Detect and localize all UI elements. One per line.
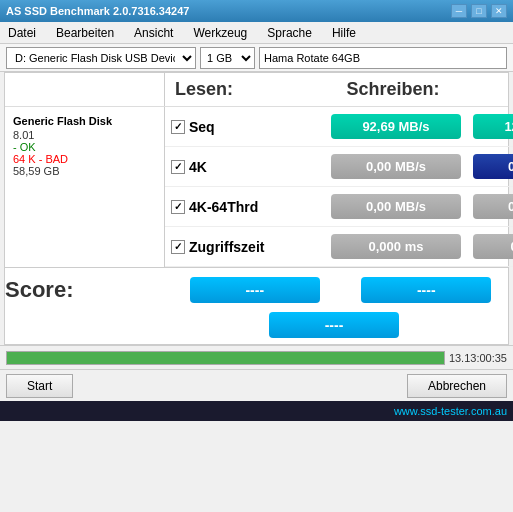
access-read-value: 0,000 ms — [331, 234, 461, 259]
access-write-cell: 0,000 ms — [467, 231, 513, 262]
info-panel: Generic Flash Disk 8.01 - OK 64 K - BAD … — [5, 107, 165, 267]
drive-select[interactable]: D: Generic Flash Disk USB Device — [6, 47, 196, 69]
score-write-cell: ---- — [345, 274, 509, 306]
score-total-row: ---- — [160, 312, 508, 338]
progress-time: 13.13:00:35 — [449, 352, 507, 364]
4k-read-value: 0,00 MB/s — [331, 154, 461, 179]
menu-item-werkzeug[interactable]: Werkzeug — [189, 25, 251, 41]
score-read-cell: ---- — [173, 274, 337, 306]
status-ok: - OK — [13, 141, 156, 153]
seq-read-cell: 92,69 MB/s — [325, 111, 467, 142]
access-write-value: 0,000 ms — [473, 234, 513, 259]
4k-checkbox[interactable]: ✓ — [171, 160, 185, 174]
disk-title: Generic Flash Disk — [13, 115, 156, 127]
title-bar: AS SSD Benchmark 2.0.7316.34247 ─ □ ✕ — [0, 0, 513, 22]
disk-name-input[interactable] — [259, 47, 507, 69]
score-section: Score: ---- ---- ---- — [5, 267, 508, 344]
4k64-label: ✓ 4K-64Thrd — [165, 199, 325, 215]
maximize-button[interactable]: □ — [471, 4, 487, 18]
menu-item-datei[interactable]: Datei — [4, 25, 40, 41]
size-select[interactable]: 1 GB — [200, 47, 255, 69]
read-header: Lesen: — [165, 73, 337, 106]
access-checkbox[interactable]: ✓ — [171, 240, 185, 254]
score-total-value: ---- — [269, 312, 399, 338]
bench-row-4k: ✓ 4K 0,00 MB/s 0,00 MB/s — [165, 147, 513, 187]
progress-bar-fill — [7, 352, 444, 364]
menu-item-bearbeiten[interactable]: Bearbeiten — [52, 25, 118, 41]
4k-write-value: 0,00 MB/s — [473, 154, 513, 179]
bench-header: Lesen: Schreiben: — [5, 73, 508, 107]
app-title: AS SSD Benchmark 2.0.7316.34247 — [6, 5, 189, 17]
progress-area: 13.13:00:35 — [0, 345, 513, 369]
4k64-read-cell: 0,00 MB/s — [325, 191, 467, 222]
seq-checkbox[interactable]: ✓ — [171, 120, 185, 134]
minimize-button[interactable]: ─ — [451, 4, 467, 18]
watermark-text: www.ssd-tester.com.au — [394, 405, 507, 417]
menu-bar: DateiBearbeitenAnsichtWerkzeugSpracheHil… — [0, 22, 513, 44]
4k64-read-value: 0,00 MB/s — [331, 194, 461, 219]
window-controls: ─ □ ✕ — [451, 4, 507, 18]
bench-row-access: ✓ Zugriffszeit 0,000 ms 0,000 ms — [165, 227, 513, 267]
write-header: Schreiben: — [337, 73, 509, 106]
seq-write-value: 12,69 MB/s — [473, 114, 513, 139]
4k64-write-cell: 0,00 MB/s — [467, 191, 513, 222]
seq-read-value: 92,69 MB/s — [331, 114, 461, 139]
watermark: www.ssd-tester.com.au — [0, 401, 513, 421]
bench-row-4k64: ✓ 4K-64Thrd 0,00 MB/s 0,00 MB/s — [165, 187, 513, 227]
4k-write-cell: 0,00 MB/s — [467, 151, 513, 182]
score-read-value: ---- — [190, 277, 320, 303]
access-read-cell: 0,000 ms — [325, 231, 467, 262]
toolbar: D: Generic Flash Disk USB Device 1 GB — [0, 44, 513, 72]
disk-value: 8.01 — [13, 129, 156, 141]
progress-bar-container — [6, 351, 445, 365]
score-write-value: ---- — [361, 277, 491, 303]
bench-rows: ✓ Seq 92,69 MB/s 12,69 MB/s ✓ 4K 0,00 MB… — [165, 107, 513, 267]
score-label: Score: — [5, 277, 165, 303]
disk-size: 58,59 GB — [13, 165, 156, 177]
4k-label: ✓ 4K — [165, 159, 325, 175]
access-label: ✓ Zugriffszeit — [165, 239, 325, 255]
menu-item-ansicht[interactable]: Ansicht — [130, 25, 177, 41]
status-bad: 64 K - BAD — [13, 153, 156, 165]
score-row: Score: ---- ---- — [5, 274, 508, 306]
4k64-checkbox[interactable]: ✓ — [171, 200, 185, 214]
start-button[interactable]: Start — [6, 374, 73, 398]
seq-write-cell: 12,69 MB/s — [467, 111, 513, 142]
bottom-bar: Start Abbrechen — [0, 369, 513, 401]
menu-item-sprache[interactable]: Sprache — [263, 25, 316, 41]
seq-label: ✓ Seq — [165, 119, 325, 135]
bench-row-seq: ✓ Seq 92,69 MB/s 12,69 MB/s — [165, 107, 513, 147]
menu-item-hilfe[interactable]: Hilfe — [328, 25, 360, 41]
close-button[interactable]: ✕ — [491, 4, 507, 18]
4k64-write-value: 0,00 MB/s — [473, 194, 513, 219]
cancel-button[interactable]: Abbrechen — [407, 374, 507, 398]
4k-read-cell: 0,00 MB/s — [325, 151, 467, 182]
